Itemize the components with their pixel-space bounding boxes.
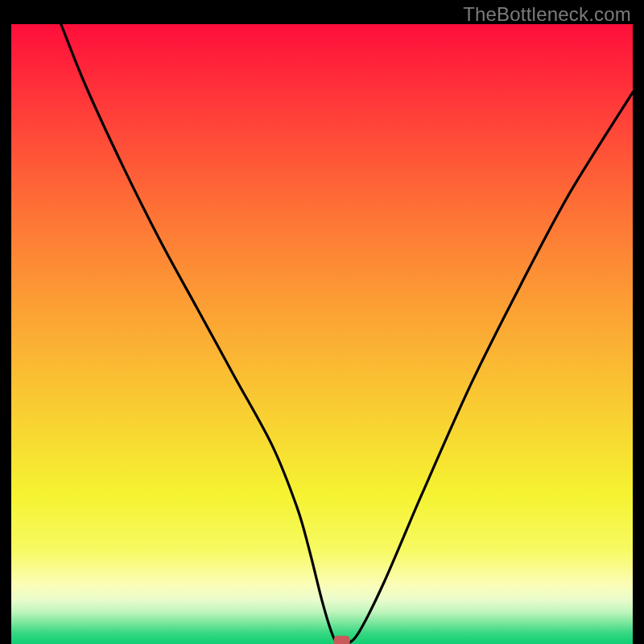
chart-frame <box>11 24 633 644</box>
bottleneck-chart <box>11 24 633 644</box>
watermark-text: TheBottleneck.com <box>463 3 631 26</box>
optimal-point-marker <box>334 636 350 644</box>
gradient-background <box>11 24 633 644</box>
